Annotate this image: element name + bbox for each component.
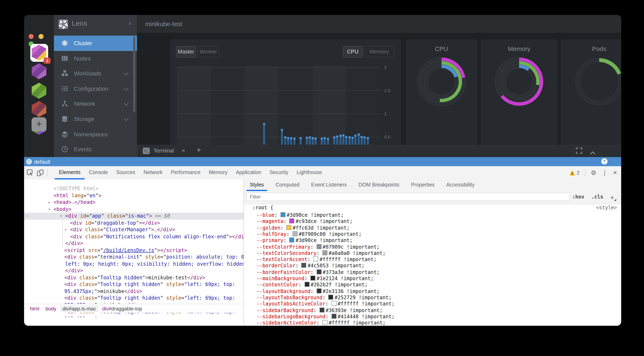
disclosure-triangle-icon[interactable]: ▸ [65,226,67,233]
cluster-icon[interactable] [31,82,48,99]
style-source-link[interactable]: <style> [596,205,617,211]
disclosure-triangle-icon[interactable]: ▾ [60,213,62,219]
devtools-tab-console[interactable]: Console [85,166,112,179]
color-swatch[interactable] [316,244,322,249]
cluster-icon[interactable] [31,63,48,80]
color-swatch[interactable] [280,212,286,217]
color-swatch[interactable] [322,320,328,325]
css-variable-row[interactable]: --magenta: #c93dce !important; [256,219,353,225]
device-toolbar-icon[interactable] [36,169,44,178]
css-variable-row[interactable]: --sidebarActiveColor: #ffffff !important… [256,320,386,326]
class-toggle[interactable]: .cls [591,194,603,201]
node-tab-master[interactable]: Master [176,46,196,58]
metric-tab-memory[interactable]: Memory [364,46,394,58]
more-options-icon[interactable]: ⋮ [602,170,608,176]
pseudo-state-toggle[interactable]: :hov [572,194,584,201]
styles-tab-dom-breakpoints[interactable]: DOM Breakpoints [353,179,405,191]
sidebar-collapse-icon[interactable]: ‹ [129,19,131,27]
styles-tab-accessibility[interactable]: Accessibility [440,179,480,191]
dom-tree-row[interactable]: <div class="Tooltip hidden">minikube-tes… [24,274,244,281]
disclosure-triangle-icon[interactable]: ▾ [48,206,50,213]
css-variable-row[interactable]: --borderFaintColor: #373a3e !important; [256,269,380,276]
dom-tree-row[interactable]: <!DOCTYPE html> [24,185,244,192]
devtools-tab-memory[interactable]: Memory [205,166,232,179]
color-swatch[interactable] [314,257,318,262]
color-swatch[interactable] [331,301,336,306]
close-window-button[interactable] [29,34,34,39]
color-swatch[interactable] [316,288,322,293]
styles-tab-properties[interactable]: Properties [405,179,440,191]
css-variable-row[interactable]: --halfGray: #87909c80 !important; [256,231,362,238]
sidebar-item-network[interactable]: Network [54,96,137,112]
dom-tree-row[interactable]: left: 0px; height: 0px; visibility: hidd… [24,260,244,267]
dom-tree-row[interactable]: ⋯▾<div id="app" class="is-mac"> == $0 [24,213,244,219]
color-swatch[interactable] [302,263,306,268]
css-variable-row[interactable]: --textColorPrimary: #87909c !important; [256,244,380,250]
add-cluster-button[interactable]: + [32,117,46,131]
css-variable-row[interactable]: --borderColor: #4c5053 !important; [256,263,364,269]
color-swatch[interactable] [290,237,294,242]
color-swatch[interactable] [304,282,309,287]
color-swatch[interactable] [286,225,292,230]
warnings-badge[interactable]: 2 [569,170,580,176]
dom-tree-row[interactable]: <div class="terminal-init" style="positi… [24,254,244,260]
breadcrumb-item[interactable]: div#draggable-top [100,305,144,312]
devtools-tab-sources[interactable]: Sources [112,166,140,179]
dom-tree-row[interactable]: <html lang="en"> [24,192,244,199]
sidebar-item-cluster[interactable]: Cluster [54,36,137,51]
sidebar-item-workloads[interactable]: Workloads [54,66,137,81]
devtools-tab-elements[interactable]: Elements [55,166,85,179]
close-devtools-icon[interactable]: × [613,169,617,177]
dom-tree-row[interactable]: ▸<div class="ClusterManager">…</div> [24,226,244,233]
dom-tree-row[interactable]: ▾<body> [24,206,244,213]
dom-tree-row[interactable]: <div class="Notifications flex column al… [24,233,244,240]
styles-tab-computed[interactable]: Computed [270,179,305,191]
settings-gear-icon[interactable]: ⚙ [591,169,596,177]
css-variable-row[interactable]: --sidebarLogoBackground: #414448 !import… [256,314,394,320]
node-tab-worker[interactable]: Worker [198,46,219,58]
sidebar-scrollbar[interactable] [133,36,135,112]
terminal-fullscreen-icon[interactable] [576,148,582,156]
devtools-tab-lighthouse[interactable]: Lighthouse [292,166,326,179]
breadcrumb-item[interactable]: html [28,305,42,312]
dom-tree-row[interactable]: <div class="Tooltip right hidden" style=… [24,281,244,288]
sidebar-item-storage[interactable]: Storage [54,112,137,127]
dom-tree-row[interactable]: <script src="/build/LensDev.js"></script… [24,247,244,254]
sidebar-item-nodes[interactable]: Nodes [54,51,137,66]
styles-tab-styles[interactable]: Styles [244,179,270,191]
dom-tree-row[interactable]: ▸<head>…</head> [24,199,244,206]
color-swatch[interactable] [328,295,334,300]
dom-tree-row[interactable]: <div class="Tooltip right hidden" style=… [24,295,244,302]
css-variable-row[interactable]: --layoutTabsBackground: #252729 !importa… [256,295,392,301]
css-variable-row[interactable]: --contentColor: #262b2f !important; [256,282,368,288]
dom-tree-row[interactable]: 95.4375px;">minikube</div> [24,288,244,295]
css-variable-row[interactable]: --textColorSecondary: #a0a0a0 !important… [256,250,386,257]
dom-tree-row[interactable]: </div> [24,267,244,274]
minimize-window-button[interactable] [39,34,44,39]
help-button[interactable]: ? [601,158,608,165]
css-variable-row[interactable]: --primary: #3d90ce !important; [256,237,353,244]
breadcrumb-item[interactable]: div#app.is-mac [60,305,98,312]
css-variable-row[interactable]: --golden: #ffc63d !important; [256,225,350,231]
styles-filter-input[interactable] [246,193,570,201]
color-swatch[interactable] [316,269,322,274]
terminal-tab[interactable]: Terminal [154,148,174,154]
dom-tree-row[interactable]: </div> [24,240,244,247]
dom-tree-row[interactable]: 205.438px;"> [24,315,244,317]
new-style-rule-button[interactable]: +◢ [610,194,616,201]
css-variable-row[interactable]: --textColorAccent: #ffffff !important; [256,257,376,263]
color-swatch[interactable] [292,231,297,236]
css-variable-row[interactable]: --layoutBackground: #2e3136 !important; [256,288,380,295]
metric-tab-cpu[interactable]: CPU [343,46,363,58]
disclosure-triangle-icon[interactable]: ▸ [48,199,50,206]
css-variable-row[interactable]: --sidebarBackground: #36393e !important; [256,307,382,314]
cluster-icon[interactable]: 3 [30,44,48,62]
devtools-tab-performance[interactable]: Performance [166,166,204,179]
color-swatch[interactable] [331,314,336,319]
cluster-icon[interactable] [31,101,48,118]
sidebar-item-events[interactable]: Events [54,142,137,157]
color-swatch[interactable] [322,250,328,255]
color-swatch[interactable] [310,276,315,281]
css-variable-row[interactable]: --layoutTabsActiveColor: #ffffff !import… [256,301,394,307]
styles-tab-event-listeners[interactable]: Event Listeners [305,179,352,191]
